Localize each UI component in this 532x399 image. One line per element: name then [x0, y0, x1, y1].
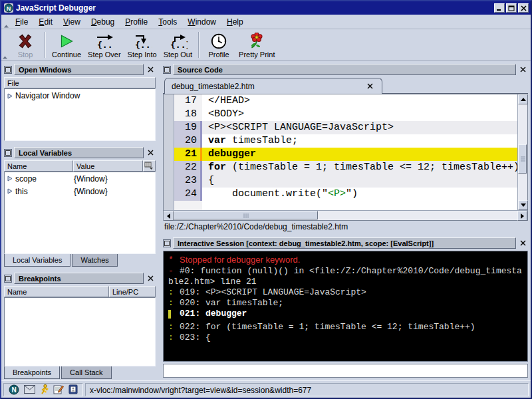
step-over-button[interactable]: {...}Step Over	[84, 30, 124, 60]
console-output[interactable]: *Stopped for debugger keyword.-#0: funct…	[163, 251, 528, 362]
breakpoints-tabs: BreakpointsCall Stack	[4, 366, 156, 379]
breakpoint-margin[interactable]	[164, 94, 174, 108]
source-line-20[interactable]: 20var timesTable;	[164, 134, 517, 148]
menu-view[interactable]: View	[58, 15, 86, 29]
menu-debug[interactable]: Debug	[86, 15, 120, 29]
source-file-tab[interactable]: debug_timestable2.htm	[164, 78, 382, 94]
toolbar-button-label: Step Over	[88, 51, 121, 59]
breakpoint-margin[interactable]	[164, 174, 174, 188]
column-header-file[interactable]: File	[4, 77, 156, 88]
variables-tab-local-variables[interactable]: Local Variables	[4, 254, 70, 267]
toolbar-grippy[interactable]	[1, 30, 9, 60]
minimize-button[interactable]	[494, 3, 505, 13]
tab-close-icon[interactable]	[365, 81, 375, 91]
column-header-name[interactable]: Name	[4, 160, 73, 172]
float-panel-icon[interactable]	[4, 275, 12, 283]
variables-tab-watches[interactable]: Watches	[72, 254, 117, 267]
breakpoints-tab-call-stack[interactable]: Call Stack	[61, 366, 112, 379]
local-variables-title[interactable]: Local Variables	[14, 147, 144, 158]
float-panel-icon[interactable]	[4, 66, 12, 74]
open-windows-list: Navigator Window	[4, 88, 156, 141]
close-icon[interactable]	[518, 238, 528, 248]
splitter-handle[interactable]	[3, 141, 157, 146]
breakpoint-margin[interactable]	[164, 161, 174, 174]
local-variables-panel: Local Variables Name Value scope{Window}…	[3, 146, 157, 267]
scroll-down-icon[interactable]	[518, 200, 528, 210]
breakpoint-margin[interactable]	[164, 121, 174, 134]
column-header-name[interactable]: Name	[4, 286, 109, 297]
close-icon[interactable]	[518, 65, 528, 74]
source-line-23[interactable]: 23{	[164, 174, 517, 188]
toolbar-button-label: Profile	[208, 51, 229, 59]
breakpoint-margin[interactable]	[164, 188, 174, 201]
source-line-24[interactable]: 24 document.write("<P>")	[164, 188, 517, 201]
breakpoint-margin[interactable]	[164, 108, 174, 121]
scrollbar-thumb[interactable]	[174, 211, 318, 219]
scrollbar-thumb[interactable]	[518, 144, 527, 174]
menu-window[interactable]: Window	[182, 15, 221, 29]
interactive-session-title[interactable]: Interactive Session [context: debug_time…	[173, 237, 516, 249]
scroll-up-icon[interactable]	[518, 94, 528, 104]
profile-button[interactable]: Profile	[202, 30, 235, 60]
splitter-handle[interactable]	[162, 231, 529, 236]
menu-edit[interactable]: Edit	[33, 15, 58, 29]
scroll-right-icon[interactable]	[517, 211, 527, 221]
vertical-scrollbar[interactable]	[517, 94, 527, 210]
breakpoints-tab-breakpoints[interactable]: Breakpoints	[4, 366, 60, 379]
source-line-22[interactable]: 22for (timesTable = 1; timesTable <= 12;…	[164, 161, 517, 174]
source-line-18[interactable]: 18<BODY>	[164, 108, 517, 121]
composer-icon[interactable]	[53, 384, 64, 394]
breakpoint-margin[interactable]	[164, 148, 174, 161]
step-into-button[interactable]: {...}Step Into	[124, 30, 160, 60]
close-button[interactable]	[518, 3, 529, 13]
float-panel-icon[interactable]	[163, 66, 171, 74]
menu-help[interactable]: Help	[221, 15, 249, 29]
open-windows-title[interactable]: Open Windows	[14, 64, 144, 75]
mail-icon[interactable]	[24, 385, 35, 394]
twisty-icon[interactable]	[7, 93, 13, 99]
menubar-grippy[interactable]	[3, 15, 10, 29]
menu-profile[interactable]: Profile	[120, 15, 153, 29]
close-icon[interactable]	[146, 148, 156, 158]
list-item-navigator-window[interactable]: Navigator Window	[5, 89, 155, 100]
scroll-left-icon[interactable]	[164, 211, 174, 221]
column-header-linepc[interactable]: Line/PC	[109, 286, 156, 297]
scrollbar-track[interactable]	[174, 211, 517, 220]
source-code-title[interactable]: Source Code	[173, 64, 516, 75]
source-line-21[interactable]: 21debugger	[164, 148, 517, 161]
maximize-button[interactable]	[506, 3, 517, 13]
pretty-print-button[interactable]: Pretty Print	[235, 30, 278, 60]
vertical-splitter-handle[interactable]	[157, 63, 162, 379]
breakpoint-margin[interactable]	[164, 134, 174, 148]
float-panel-icon[interactable]	[4, 149, 12, 157]
variable-row-scope[interactable]: scope{Window}	[5, 172, 155, 185]
breakpoints-title[interactable]: Breakpoints	[14, 273, 144, 284]
stop-icon	[17, 32, 34, 51]
close-icon[interactable]	[146, 273, 156, 283]
console-text: 020: var timesTable;	[180, 298, 283, 308]
local-variables-header: Local Variables	[4, 146, 156, 159]
twisty-icon[interactable]	[7, 176, 13, 182]
close-icon[interactable]	[146, 65, 156, 74]
twisty-icon[interactable]	[7, 188, 13, 194]
column-picker-icon[interactable]	[143, 160, 156, 172]
variable-row-this[interactable]: this{Window}	[5, 185, 155, 198]
source-line-17[interactable]: 17</HEAD>	[164, 94, 517, 108]
float-panel-icon[interactable]	[163, 239, 171, 247]
step-out-button[interactable]: {..}Step Out	[160, 30, 196, 60]
console-input[interactable]	[163, 364, 528, 378]
svg-text:{...}: {...}	[97, 40, 114, 50]
scrollbar-track[interactable]	[518, 104, 527, 200]
navigator-icon[interactable]: N	[9, 384, 19, 395]
menu-file[interactable]: File	[10, 15, 33, 29]
svg-text:{..}: {..}	[170, 40, 188, 50]
console-line: :019: <P><SCRIPT LANGUAGE=JavaScript>	[168, 287, 523, 298]
source-line-19[interactable]: 19<P><SCRIPT LANGUAGE=JavaScript>	[164, 121, 517, 134]
splitter-handle[interactable]	[3, 267, 157, 271]
menu-tools[interactable]: Tools	[153, 15, 182, 29]
continue-button[interactable]: Continue	[49, 30, 84, 60]
addressbook-icon[interactable]	[68, 384, 78, 394]
column-header-value[interactable]: Value	[73, 160, 143, 172]
aim-icon[interactable]	[40, 384, 49, 394]
horizontal-scrollbar[interactable]	[164, 210, 527, 220]
